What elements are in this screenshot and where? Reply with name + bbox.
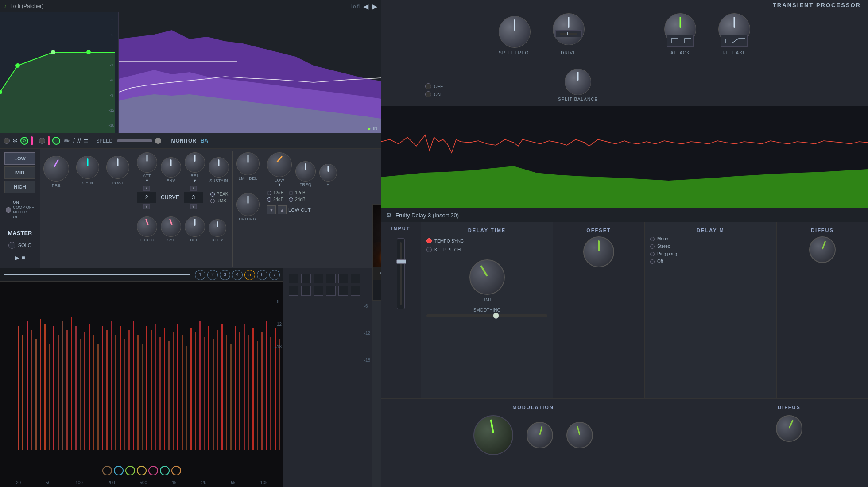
offset-indicator (598, 240, 600, 251)
peak-radio[interactable] (210, 192, 215, 197)
24db-left-radio[interactable] (267, 197, 271, 202)
mod-knob-2[interactable] (566, 422, 593, 448)
band-low[interactable]: LOW (4, 152, 35, 165)
speed-bar[interactable] (117, 139, 152, 142)
env-knob[interactable] (161, 157, 181, 178)
meter-1-6[interactable] (351, 274, 360, 283)
drive-knob[interactable] (553, 13, 585, 45)
meter-1-5[interactable] (338, 274, 348, 283)
transport-menu-btn[interactable] (39, 138, 45, 144)
gear-icon[interactable]: ⚙ (386, 212, 392, 219)
sustain-knob[interactable] (209, 157, 229, 178)
mono-radio[interactable] (650, 237, 655, 241)
time-knob[interactable] (469, 259, 505, 295)
meter-1-1[interactable] (289, 274, 298, 283)
ctrl-6[interactable] (160, 466, 170, 475)
rms-radio[interactable] (210, 199, 215, 203)
nav-arrow-right[interactable]: ▶ (372, 2, 377, 11)
compressor-panel: LOW MID HIGH ON COMP OFF MUTED OFF MASTE… (0, 149, 381, 268)
pre-knob[interactable] (43, 156, 69, 182)
ping-pong-radio[interactable] (650, 252, 655, 256)
rel-knob[interactable] (185, 152, 205, 173)
att-down[interactable]: ▼ (143, 204, 150, 209)
transport-dropdown[interactable] (4, 138, 10, 144)
low-knob[interactable] (267, 152, 292, 177)
equals-icon[interactable]: = (84, 136, 89, 146)
slash-icon[interactable]: / (73, 137, 75, 144)
smoothing-thumb[interactable] (493, 313, 499, 319)
mod-main-knob[interactable] (473, 415, 513, 455)
24db-right-radio[interactable] (289, 197, 293, 202)
low-cut-up[interactable]: ▲ (278, 205, 287, 214)
mod-knob-1[interactable] (527, 422, 553, 448)
svg-rect-25 (84, 332, 85, 450)
12db-right-radio[interactable] (289, 191, 293, 195)
h-knob[interactable] (319, 164, 337, 182)
freq-knob[interactable] (295, 161, 316, 182)
tempo-sync-radio[interactable] (426, 238, 432, 244)
nav-arrow-left[interactable]: ◀ (363, 2, 368, 11)
offset-knob[interactable] (583, 236, 614, 267)
diffus-knob[interactable] (809, 236, 836, 263)
ctrl-5[interactable] (148, 466, 158, 475)
fader-handle[interactable] (396, 259, 406, 264)
split-freq-knob[interactable] (499, 16, 531, 48)
edit-icon[interactable]: ✏ (64, 137, 70, 145)
thres-knob[interactable] (137, 216, 157, 237)
snowflake-icon[interactable]: ✻ (12, 137, 18, 144)
smoothing-slider[interactable] (426, 314, 547, 317)
ctrl-1[interactable] (102, 466, 112, 475)
split-balance-knob[interactable] (565, 69, 591, 95)
meter-2-5[interactable] (338, 286, 348, 296)
off-delay-radio[interactable] (650, 259, 655, 264)
ceil-knob[interactable] (185, 216, 205, 237)
stereo-radio[interactable] (650, 244, 655, 249)
double-slash-icon[interactable]: // (78, 137, 81, 144)
meter-1-3[interactable] (314, 274, 323, 283)
ctrl-3[interactable] (125, 466, 135, 475)
release-shape-btn[interactable] (721, 35, 748, 47)
sat-knob[interactable] (161, 216, 181, 237)
curve-value[interactable]: 3 (184, 192, 203, 203)
diffus-bottom-knob[interactable] (776, 415, 802, 442)
meter-2-6[interactable] (351, 286, 360, 296)
curve-down[interactable]: ▼ (190, 204, 197, 209)
band-mid[interactable]: MID (4, 166, 35, 179)
12db-left-radio[interactable] (267, 191, 271, 195)
post-knob[interactable] (106, 156, 129, 179)
meter-2-2[interactable] (301, 286, 311, 296)
attack-shape-btn[interactable] (667, 35, 694, 47)
meter-1-4[interactable] (326, 274, 336, 283)
meter-2-3[interactable] (314, 286, 323, 296)
on-indicator[interactable] (425, 91, 431, 97)
ctrl-4[interactable] (137, 466, 147, 475)
speed-knob[interactable] (155, 138, 161, 144)
att-value[interactable]: 2 (137, 192, 156, 203)
curve-up[interactable]: ▲ (190, 186, 197, 191)
low-cut-down[interactable]: ▼ (267, 205, 276, 214)
off-indicator[interactable] (425, 83, 431, 89)
spectral-svg (0, 282, 283, 469)
play-btn[interactable]: ▶ (15, 254, 19, 261)
band-high[interactable]: HIGH (4, 181, 35, 193)
ctrl-2[interactable] (114, 466, 124, 475)
split-freq-group: SPLIT FREQ. (499, 16, 531, 55)
keep-pitch-radio[interactable] (426, 247, 432, 252)
headphone-btn[interactable]: Ω (20, 137, 28, 145)
lmh-del-knob[interactable] (236, 152, 260, 175)
ctrl-7[interactable] (171, 466, 181, 475)
rel2-knob[interactable] (209, 219, 226, 237)
mod-knob1-group (527, 422, 553, 448)
lmh-mix-knob[interactable] (236, 193, 260, 216)
att-up[interactable]: ▲ (143, 186, 150, 191)
att-knob[interactable] (137, 152, 157, 173)
input-fader[interactable] (397, 238, 405, 309)
meter-2-4[interactable] (326, 286, 336, 296)
meter-2-1[interactable] (289, 286, 298, 296)
solo-indicator[interactable] (8, 242, 16, 249)
gain-knob[interactable] (76, 156, 99, 179)
meter-1-2[interactable] (301, 274, 311, 283)
svg-rect-26 (89, 324, 90, 450)
status-indicator[interactable] (6, 207, 11, 213)
stop-btn[interactable]: ■ (21, 254, 25, 261)
